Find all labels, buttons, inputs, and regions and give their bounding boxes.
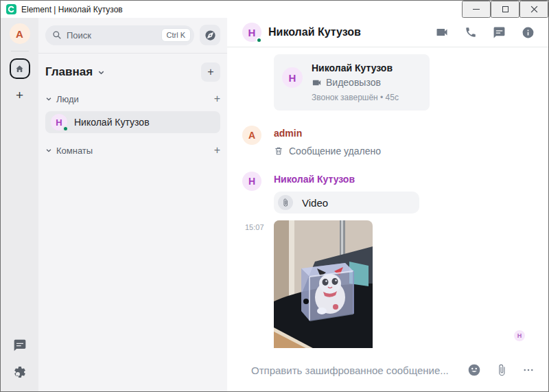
chevron-down-icon xyxy=(45,147,52,154)
call-kind: Видеовызов xyxy=(326,77,381,88)
threads-icon xyxy=(13,338,27,352)
chevron-down-icon xyxy=(97,69,105,76)
room-info-button[interactable] xyxy=(522,26,535,39)
threads-icon xyxy=(493,26,506,39)
titlebar: Element | Николай Кутузов xyxy=(1,1,548,18)
chat-header: Н Николай Кутузов xyxy=(227,18,548,47)
section-rooms[interactable]: Комнаты + xyxy=(45,145,220,156)
message-composer xyxy=(227,348,548,392)
home-icon xyxy=(14,64,25,74)
minimize-button[interactable] xyxy=(462,1,491,18)
element-window: Element | Николай Кутузов A + xyxy=(0,0,549,392)
file-attachment[interactable]: Video xyxy=(274,192,419,214)
space-name: Главная xyxy=(45,65,93,79)
more-options-button[interactable] xyxy=(522,364,535,376)
search-placeholder: Поиск xyxy=(67,30,91,41)
info-icon xyxy=(522,26,535,39)
caller-name: Николай Кутузов xyxy=(312,62,399,73)
space-header[interactable]: Главная + xyxy=(45,62,220,82)
settings-button[interactable] xyxy=(13,365,27,381)
threads-header-button[interactable] xyxy=(493,26,506,39)
more-options-icon xyxy=(522,364,535,376)
threads-button[interactable] xyxy=(13,338,27,354)
search-input[interactable]: Поиск Ctrl K xyxy=(45,25,194,45)
chat-panel: Н Николай Кутузов xyxy=(227,18,548,392)
close-button[interactable] xyxy=(519,1,548,18)
deleted-message: Сообщение удалено xyxy=(274,146,381,157)
sender-name[interactable]: admin xyxy=(274,128,381,139)
home-space-button[interactable] xyxy=(10,58,30,79)
message-group: A admin Сообщение удалено xyxy=(242,124,548,157)
voice-call-icon xyxy=(465,26,477,38)
media-message-row: 15:07 xyxy=(245,220,548,348)
attachment-label: Video xyxy=(302,197,328,209)
message-group: Н Николай Кутузов Video xyxy=(242,170,548,214)
maximize-button[interactable] xyxy=(491,1,519,18)
rail-divider xyxy=(11,51,29,51)
trash-icon xyxy=(274,146,283,156)
window-title: Element | Николай Кутузов xyxy=(21,5,123,14)
video-call-button[interactable] xyxy=(435,25,449,39)
section-people-label: Люди xyxy=(56,94,79,104)
search-icon xyxy=(52,30,62,40)
chat-title[interactable]: Николай Кутузов xyxy=(268,26,361,38)
voice-call-button[interactable] xyxy=(465,26,477,38)
online-presence-dot xyxy=(256,37,262,43)
explore-rooms-button[interactable] xyxy=(200,25,220,45)
explore-compass-icon xyxy=(204,29,217,42)
online-presence-dot xyxy=(62,126,69,132)
user-avatar[interactable]: A xyxy=(10,23,30,44)
section-people[interactable]: Люди + xyxy=(45,93,220,104)
search-shortcut-badge: Ctrl K xyxy=(161,28,191,42)
videocam-icon xyxy=(312,78,322,88)
sender-avatar[interactable]: Н xyxy=(242,172,261,191)
room-list-item[interactable]: Н Николай Кутузов xyxy=(45,111,220,133)
sender-avatar[interactable]: A xyxy=(242,126,261,145)
sidebar-divider xyxy=(38,53,227,54)
maximize-icon xyxy=(502,6,509,12)
paperclip-icon xyxy=(281,198,290,207)
video-call-icon xyxy=(435,25,449,39)
add-room-button[interactable]: + xyxy=(201,62,220,82)
add-rooms-button[interactable]: + xyxy=(214,145,220,156)
message-input[interactable] xyxy=(251,365,467,376)
caller-avatar: Н xyxy=(282,67,303,88)
room-name: Николай Кутузов xyxy=(74,117,150,128)
spaces-rail: A + xyxy=(1,18,38,392)
call-status: Звонок завершён • 45с xyxy=(312,93,399,102)
close-icon xyxy=(530,5,538,13)
add-space-button[interactable]: + xyxy=(16,89,23,102)
deleted-message-text: Сообщение удалено xyxy=(289,146,381,157)
photo-attachment[interactable] xyxy=(274,220,373,348)
message-timestamp: 15:07 xyxy=(245,220,274,348)
element-logo-icon xyxy=(6,4,16,14)
read-receipt-avatar[interactable]: Н xyxy=(514,330,525,341)
minimize-icon xyxy=(473,9,480,10)
attach-icon xyxy=(495,364,508,376)
chevron-down-icon xyxy=(45,95,52,102)
add-people-button[interactable]: + xyxy=(214,93,220,104)
emoji-button[interactable] xyxy=(467,363,481,377)
emoji-icon xyxy=(467,363,481,377)
attach-button[interactable] xyxy=(495,364,508,376)
settings-gear-icon xyxy=(13,365,27,379)
room-list-panel: Поиск Ctrl K Главная + Люди + xyxy=(38,18,227,392)
sender-name[interactable]: Николай Кутузов xyxy=(274,174,419,185)
message-timeline[interactable]: Н Николай Кутузов Видеовызов Звонок заве… xyxy=(227,47,548,348)
call-event-card[interactable]: Н Николай Кутузов Видеовызов Звонок заве… xyxy=(274,54,430,111)
section-rooms-label: Комнаты xyxy=(56,146,93,156)
